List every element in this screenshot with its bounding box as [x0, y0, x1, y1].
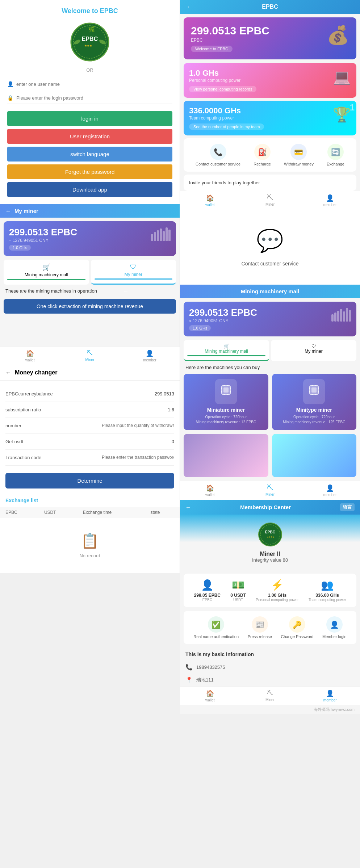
location-icon: 📍	[185, 676, 193, 683]
exchange-list-title: Exchange list	[0, 494, 180, 507]
miner-tab-mall[interactable]: 🛒 Mining machinery mall	[4, 260, 89, 285]
membership-title: Membership Center	[240, 504, 291, 510]
machine-card-1[interactable]: Miniature miner Operation cycle : 720hou…	[184, 374, 268, 430]
wallet-mall-icon: 🏠	[180, 484, 240, 492]
press-release-icon: 📰	[252, 616, 268, 633]
balance-decoration: 💰	[327, 25, 349, 46]
info-phone: 19894332575	[196, 664, 225, 670]
service-withdraw[interactable]: 💳 Withdraw money	[284, 144, 314, 166]
usdt-stat-lbl: USDT	[230, 598, 246, 602]
member-rank: Miner II	[260, 551, 280, 557]
team-label: Team computing power	[189, 116, 264, 121]
svg-text:EPBC: EPBC	[82, 36, 98, 42]
service-icons: 📞 Contact customer service ⛽ Recharge 💳 …	[184, 138, 356, 172]
money-row-balance: EPBCcurrencybalance 299.0513	[5, 386, 174, 402]
or-text: OR	[86, 67, 93, 73]
my-tab-label: My miner	[95, 272, 173, 277]
service-contact[interactable]: 📞 Contact customer service	[196, 144, 240, 166]
nav-member-home[interactable]: 👤 member	[300, 194, 360, 207]
forget-password-button[interactable]: Forget the password	[7, 164, 172, 179]
mall-tab-mall[interactable]: 🛒 Mining machinery mall	[184, 340, 269, 361]
exchange-icon-circle: 🔄	[327, 144, 344, 160]
svg-rect-8	[223, 387, 229, 393]
machine-card-2[interactable]: Minitype miner Operation cycle : 720hour…	[272, 374, 357, 430]
login-button[interactable]: login in	[7, 111, 172, 126]
home-back-arrow[interactable]: ←	[187, 4, 192, 10]
mall-tab-label: Mining machinery mall	[7, 272, 85, 277]
miner-tab-my[interactable]: 🛡 My miner	[91, 260, 176, 285]
mall-tab-icon: 🛒	[7, 263, 85, 271]
team-stat-val: 336.00 GHs	[309, 593, 346, 598]
nav-member-mall[interactable]: 👤 member	[300, 484, 360, 497]
chart-bar-4	[160, 228, 162, 241]
nav-miner-membership[interactable]: ⛏ Miner	[240, 689, 300, 702]
personal-amount: 1.0 GHs	[189, 68, 256, 78]
stat-epbc: 👤 299.05 EPBC EPBC	[194, 579, 221, 602]
my-tab-icon: 🛡	[95, 263, 173, 271]
number-input[interactable]	[102, 423, 174, 428]
team-amount: 336.0000 GHs	[189, 106, 264, 116]
membership-back-arrow[interactable]: ←	[185, 504, 191, 510]
action-real-name-label: Real name authentication	[193, 634, 239, 639]
password-field-group: 🔒	[7, 92, 172, 104]
machine-card-empty-2	[272, 434, 357, 477]
action-real-name[interactable]: ✅ Real name authentication	[193, 616, 239, 639]
chart-bar-6	[166, 227, 168, 241]
service-recharge[interactable]: ⛽ Recharge	[254, 144, 271, 166]
nav-miner-miner[interactable]: ⛏ Miner	[60, 349, 120, 362]
usdt-stat-icon: 💵	[230, 579, 246, 591]
action-change-password[interactable]: 🔑 Change Password	[281, 616, 314, 639]
contact-service-label: Contact customer service	[242, 261, 299, 267]
nav-member-miner[interactable]: 👤 member	[120, 349, 180, 362]
mall-section-title: Here are the machines you can buy	[180, 361, 360, 374]
personal-link-btn[interactable]: View personel computing records	[189, 86, 256, 92]
mall-bottom-nav: 🏠 wallet ⛏ Miner 👤 member	[180, 481, 360, 500]
username-input[interactable]	[16, 81, 172, 87]
mall-back-arrow[interactable]: ←	[123, 288, 129, 294]
table-header-time: Exchange time	[78, 507, 145, 518]
team-stat-lbl: Team computing power	[309, 598, 346, 602]
service-recharge-label: Recharge	[254, 162, 271, 166]
nav-miner-home[interactable]: ⛏ Miner	[240, 194, 300, 207]
stat-usdt: 💵 0 USDT USDT	[230, 579, 246, 602]
determine-button[interactable]: Determine	[5, 473, 174, 488]
action-member-login-label: Member login	[322, 634, 347, 639]
no-record-text: No record	[79, 553, 100, 558]
watermark: 海外源码 hwymwz.com	[180, 705, 360, 714]
chart-bar-7	[168, 230, 171, 241]
team-stat-icon: 👥	[309, 579, 346, 591]
register-button[interactable]: User registration	[7, 129, 172, 144]
nav-wallet-membership[interactable]: 🏠 wallet	[180, 689, 240, 702]
ratio-value: 1:6	[168, 407, 174, 412]
contact-service-area: 💬 Contact customer service	[180, 210, 360, 285]
service-exchange[interactable]: 🔄 Exchange	[327, 144, 344, 166]
usdt-label: Get usdt	[5, 439, 23, 444]
welcome-badge[interactable]: Welcome to EPBC	[191, 46, 233, 52]
nav-miner-mall[interactable]: ⛏ Miner	[240, 484, 300, 497]
extract-revenue-button[interactable]: One click extraction of mining machine r…	[4, 299, 176, 314]
nav-wallet-home[interactable]: 🏠 wallet	[180, 194, 240, 207]
switch-language-button[interactable]: switch language	[7, 147, 172, 162]
mall-tab-my[interactable]: 🛡 My miner	[271, 340, 356, 361]
download-app-button[interactable]: Download app	[7, 182, 172, 197]
nav-member-membership[interactable]: 👤 member	[300, 689, 360, 702]
nav-wallet-mall[interactable]: 🏠 wallet	[180, 484, 240, 497]
table-header-epbc: EPBC	[0, 507, 39, 518]
lock-icon: 🔒	[7, 95, 13, 101]
personal-stat-val: 1.00 GHs	[256, 593, 298, 598]
txcode-input[interactable]	[102, 455, 174, 460]
action-press-release[interactable]: 📰 Press release	[248, 616, 272, 639]
ratio-label: subscription ratio	[5, 407, 41, 412]
password-input[interactable]	[16, 95, 172, 101]
action-press-release-label: Press release	[248, 634, 272, 639]
nav-wallet-miner[interactable]: 🏠 wallet	[0, 349, 60, 362]
team-link-btn[interactable]: See the number of people in my team	[189, 123, 264, 130]
personal-decoration: 💻	[333, 68, 351, 85]
money-row-number: number	[5, 418, 174, 434]
miner-back-arrow[interactable]: ←	[5, 208, 11, 214]
usdt-stat-val: 0 USDT	[230, 593, 246, 598]
action-member-login[interactable]: 👤 Member login	[322, 616, 347, 639]
team-computing-card: 336.0000 GHs Team computing power See th…	[184, 101, 356, 135]
language-button[interactable]: 语言	[340, 503, 355, 511]
money-back-arrow[interactable]: ←	[5, 369, 11, 376]
